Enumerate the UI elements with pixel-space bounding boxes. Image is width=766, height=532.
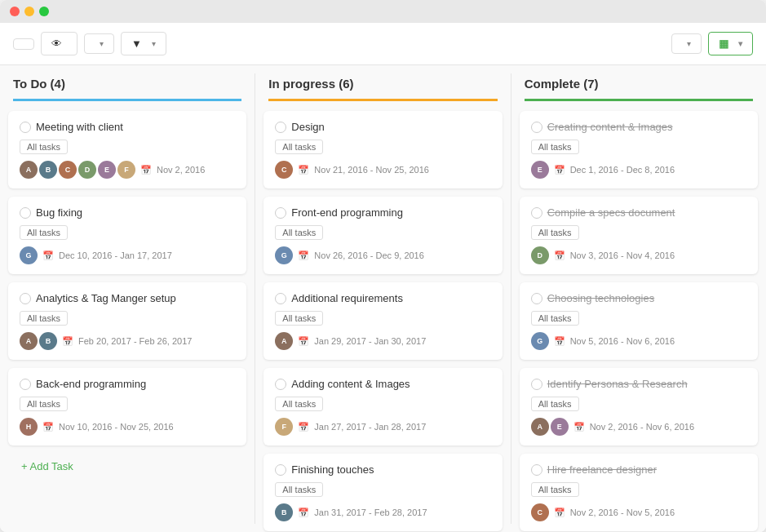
- card-title: Choosing technologies: [531, 292, 746, 304]
- calendar-icon: 📅: [554, 165, 565, 175]
- avatar-group: F: [275, 418, 293, 436]
- card-tag: All tasks: [531, 397, 579, 411]
- column-body-todo: Meeting with clientAll tasksABCDEF📅Nov 2…: [0, 101, 255, 532]
- chevron-down-icon: ▾: [687, 39, 691, 48]
- column-header-inprogress: In progress (6): [255, 65, 510, 101]
- avatar: E: [98, 161, 116, 179]
- card-title: Identify Personas & Research: [531, 378, 746, 390]
- avatar: E: [551, 418, 569, 436]
- card-title-text: Creating content & Images: [547, 121, 673, 133]
- card-date: Nov 26, 2016 - Dec 9, 2016: [314, 250, 424, 260]
- card-footer: A📅Jan 29, 2017 - Jan 30, 2017: [275, 332, 490, 350]
- avatar: G: [20, 246, 38, 264]
- card-tag: All tasks: [275, 482, 323, 497]
- avatar-group: G: [20, 246, 38, 264]
- card-title-text: Compile a specs document: [547, 206, 675, 219]
- card-tag: All tasks: [531, 482, 579, 497]
- task-card[interactable]: Identify Personas & ResearchAll tasksAE📅…: [520, 368, 758, 446]
- traffic-lights: [10, 7, 49, 16]
- task-card[interactable]: Compile a specs documentAll tasksD📅Nov 3…: [520, 197, 758, 274]
- app-window: 👁 ▾ ▼ ▾ ▾ ▦ ▾ To Do (4)Meeting with clie…: [0, 0, 766, 532]
- card-title: Bug fixing: [20, 206, 235, 219]
- column-title-complete: Complete (7): [525, 77, 753, 101]
- card-footer: AB📅Feb 20, 2017 - Feb 26, 2017: [20, 332, 235, 350]
- task-card[interactable]: Finishing touchesAll tasksB📅Jan 31, 2017…: [263, 454, 502, 531]
- card-date: Nov 10, 2016 - Nov 25, 2016: [59, 422, 174, 432]
- avatar-group: G: [275, 246, 293, 264]
- card-footer: ABCDEF📅Nov 2, 2016: [20, 161, 235, 179]
- task-card[interactable]: Adding content & ImagesAll tasksF📅Jan 27…: [263, 368, 502, 446]
- task-card[interactable]: Front-end programmingAll tasksG📅Nov 26, …: [263, 197, 502, 274]
- card-title-text: Analytics & Tag Manger setup: [36, 292, 176, 304]
- task-status-icon: [531, 464, 542, 476]
- card-title-text: Additional requirements: [291, 292, 403, 304]
- card-tag: All tasks: [20, 140, 68, 154]
- task-card[interactable]: DesignAll tasksC📅Nov 21, 2016 - Nov 25, …: [263, 111, 502, 188]
- avatar-group: ABCDEF: [20, 161, 135, 179]
- task-card[interactable]: Meeting with clientAll tasksABCDEF📅Nov 2…: [8, 111, 246, 188]
- card-date: Nov 3, 2016 - Nov 4, 2016: [570, 250, 675, 260]
- card-title: Creating content & Images: [531, 121, 746, 133]
- card-title: Back-end programming: [20, 378, 235, 390]
- calendar-icon: 📅: [573, 422, 585, 432]
- task-card[interactable]: Analytics & Tag Manger setupAll tasksAB📅…: [8, 282, 246, 360]
- chevron-down-icon: ▾: [738, 39, 742, 48]
- add-task-button[interactable]: [13, 38, 34, 50]
- card-footer: D📅Nov 3, 2016 - Nov 4, 2016: [531, 246, 746, 264]
- close-button[interactable]: [10, 7, 20, 16]
- card-footer: B📅Jan 31, 2017 - Feb 28, 2017: [275, 503, 490, 521]
- chevron-down-icon: ▾: [100, 39, 104, 48]
- avatar: F: [117, 161, 135, 179]
- eye-icon: 👁: [51, 38, 62, 50]
- avatar: A: [531, 418, 549, 436]
- card-date: Nov 2, 2016: [157, 165, 205, 175]
- task-status-icon: [275, 207, 286, 219]
- task-card[interactable]: Choosing technologiesAll tasksG📅Nov 5, 2…: [520, 282, 758, 360]
- card-footer: C📅Nov 21, 2016 - Nov 25, 2016: [275, 161, 490, 179]
- task-card[interactable]: Back-end programmingAll tasksH📅Nov 10, 2…: [8, 368, 246, 446]
- task-status-icon: [275, 293, 286, 304]
- more-button[interactable]: ▾: [671, 33, 702, 54]
- task-status-icon: [20, 207, 31, 219]
- card-date: Jan 27, 2017 - Jan 28, 2017: [314, 422, 426, 432]
- card-tag: All tasks: [531, 140, 579, 154]
- avatar: B: [39, 161, 57, 179]
- card-title-text: Bug fixing: [36, 206, 82, 219]
- column-todo: To Do (4)Meeting with clientAll tasksABC…: [0, 65, 255, 532]
- card-title: Additional requirements: [275, 292, 490, 304]
- column-add-task-button[interactable]: + Add Task: [8, 454, 246, 479]
- task-status-icon: [20, 293, 31, 304]
- task-card[interactable]: Hire freelance designerAll tasksC📅Nov 2,…: [520, 454, 758, 531]
- calendar-icon: 📅: [554, 250, 565, 261]
- card-tag: All tasks: [275, 140, 323, 154]
- show-backlog-button[interactable]: 👁: [41, 32, 77, 55]
- progress-board-button[interactable]: ▦ ▾: [708, 32, 753, 55]
- card-date: Dec 1, 2016 - Dec 8, 2016: [570, 165, 675, 175]
- card-title: Finishing touches: [275, 463, 490, 476]
- avatar-group: AE: [531, 418, 569, 436]
- card-title-text: Choosing technologies: [547, 292, 655, 304]
- add-filter-button[interactable]: ▼ ▾: [121, 32, 166, 55]
- card-footer: G📅Nov 5, 2016 - Nov 6, 2016: [531, 332, 746, 350]
- card-footer: G📅Nov 26, 2016 - Dec 9, 2016: [275, 246, 490, 264]
- calendar-icon: 📅: [62, 336, 73, 347]
- avatar-group: D: [531, 246, 549, 264]
- avatar-group: AB: [20, 332, 57, 350]
- group-button[interactable]: ▾: [84, 33, 114, 54]
- card-tag: All tasks: [531, 225, 579, 240]
- avatar: H: [20, 418, 38, 436]
- card-tag: All tasks: [275, 311, 323, 326]
- card-footer: F📅Jan 27, 2017 - Jan 28, 2017: [275, 418, 490, 436]
- task-card[interactable]: Additional requirementsAll tasksA📅Jan 29…: [263, 282, 502, 360]
- calendar-icon: 📅: [298, 336, 309, 347]
- calendar-icon: 📅: [298, 422, 309, 432]
- filter-icon: ▼: [131, 38, 142, 50]
- task-card[interactable]: Creating content & ImagesAll tasksE📅Dec …: [520, 111, 758, 188]
- task-card[interactable]: Bug fixingAll tasksG📅Dec 10, 2016 - Jan …: [8, 197, 246, 274]
- column-body-complete: Creating content & ImagesAll tasksE📅Dec …: [511, 101, 766, 532]
- task-status-icon: [275, 464, 286, 476]
- maximize-button[interactable]: [39, 7, 49, 16]
- minimize-button[interactable]: [24, 7, 34, 16]
- column-title-todo: To Do (4): [13, 77, 241, 101]
- calendar-icon: 📅: [298, 165, 309, 175]
